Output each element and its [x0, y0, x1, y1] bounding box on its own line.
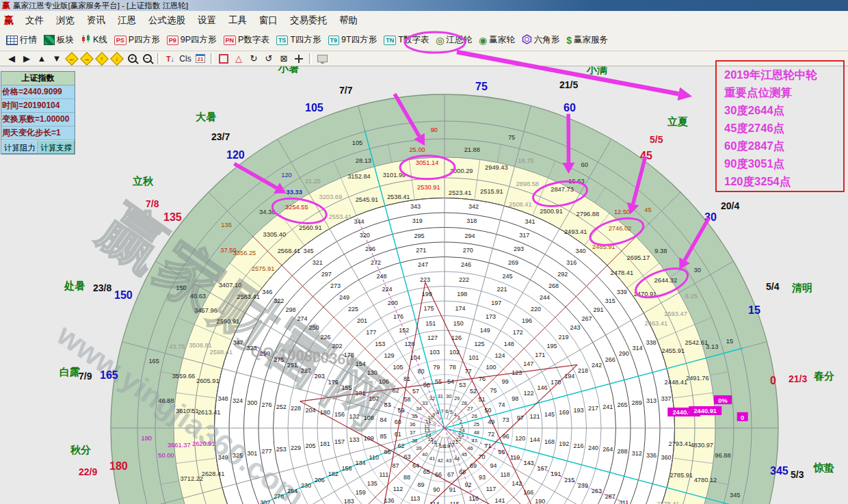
svg-text:2470.91: 2470.91 — [634, 291, 657, 297]
wheel-outside-label: 22/9 — [79, 466, 97, 477]
svg-text:54: 54 — [447, 378, 454, 385]
toolbar-item-6[interactable]: TST四方形 — [273, 34, 325, 46]
calc-resistance-button[interactable]: 计算阻力 — [1, 140, 38, 154]
svg-text:345: 345 — [730, 492, 741, 499]
svg-text:75: 75 — [508, 134, 515, 141]
svg-text:339: 339 — [617, 289, 627, 295]
menu-item-0[interactable]: 文件 — [19, 14, 50, 27]
svg-text:201: 201 — [357, 317, 367, 324]
svg-text:148: 148 — [504, 341, 514, 347]
svg-text:2575.91: 2575.91 — [252, 265, 275, 272]
menu-item-8[interactable]: 交易委托 — [284, 14, 333, 27]
square-icon[interactable] — [217, 53, 230, 65]
toolbar-item-7[interactable]: T99T四方形 — [325, 34, 381, 46]
menu-item-1[interactable]: 浏览 — [50, 14, 81, 27]
svg-text:4: 4 — [454, 412, 457, 418]
pan-right-icon[interactable]: → — [80, 53, 94, 65]
svg-text:337: 337 — [661, 395, 671, 402]
toolbar-item-9[interactable]: ◎江恩轮 — [432, 34, 475, 46]
box-x-icon[interactable]: ⊠ — [277, 53, 291, 65]
menu-item-5[interactable]: 设置 — [191, 14, 222, 27]
svg-text:2785.91: 2785.91 — [670, 472, 693, 479]
menu-item-9[interactable]: 帮助 — [333, 14, 364, 27]
pan-left-icon[interactable]: ← — [65, 53, 79, 65]
svg-text:342: 342 — [468, 203, 479, 210]
svg-text:85: 85 — [380, 433, 386, 440]
svg-text:2542.61: 2542.61 — [685, 339, 708, 346]
svg-text:2583.41: 2583.41 — [237, 293, 260, 300]
svg-text:59: 59 — [397, 407, 404, 414]
svg-text:34.38: 34.38 — [259, 209, 275, 215]
index-name: 上证指数 — [1, 72, 75, 85]
svg-text:155: 155 — [341, 384, 352, 391]
svg-text:291: 291 — [594, 306, 604, 313]
svg-text:28.13: 28.13 — [356, 157, 371, 164]
svg-text:170: 170 — [551, 379, 561, 386]
svg-text:219: 219 — [558, 334, 568, 341]
nav-right-icon[interactable]: ▶ — [20, 53, 34, 65]
menu-item-2[interactable]: 资讯 — [81, 14, 111, 27]
svg-text:298: 298 — [285, 306, 295, 313]
calc-support-button[interactable]: 计算支撑 — [38, 140, 75, 154]
svg-text:264: 264 — [602, 446, 613, 453]
svg-text:29: 29 — [454, 395, 460, 401]
zoom-out-icon[interactable]: − — [140, 53, 154, 65]
svg-text:36: 36 — [410, 421, 415, 427]
toolbar-item-8[interactable]: TNT数字表 — [380, 34, 432, 46]
svg-text:345: 345 — [304, 248, 314, 254]
toolbar-item-4[interactable]: P99P四方形 — [163, 34, 220, 46]
toolbar-item-12[interactable]: $赢家服务 — [563, 34, 611, 46]
svg-text:43: 43 — [446, 457, 451, 464]
toolbar-item-10[interactable]: ◉赢家轮 — [475, 34, 518, 46]
triangle-icon[interactable]: △ — [232, 53, 246, 65]
menu-item-4[interactable]: 公式选股 — [142, 14, 191, 27]
calendar-icon[interactable]: 21 — [194, 53, 207, 65]
svg-text:71: 71 — [484, 442, 491, 449]
svg-text:271: 271 — [416, 247, 426, 254]
svg-text:324: 324 — [233, 397, 243, 404]
toolbar-item-3[interactable]: PSP四方形 — [111, 34, 163, 46]
toolbar-item-0[interactable]: 行情 — [3, 34, 40, 46]
svg-text:253: 253 — [276, 446, 287, 453]
cls-icon[interactable]: Cls — [178, 53, 192, 65]
title-bar[interactable]: 赢 赢家江恩专业版[赢家服务平台] - [上证指数 江恩轮] — [0, 0, 848, 11]
svg-text:242: 242 — [592, 362, 602, 369]
screen-icon[interactable] — [315, 53, 329, 65]
svg-text:203: 203 — [315, 373, 325, 380]
nav-up-icon[interactable]: ▲ — [35, 53, 49, 65]
rotate-cw-icon[interactable]: ↻ — [247, 53, 261, 65]
svg-text:275: 275 — [274, 356, 284, 363]
toolbar-item-5[interactable]: PNP数字表 — [220, 34, 273, 46]
svg-text:175: 175 — [423, 305, 434, 312]
svg-text:38: 38 — [412, 438, 417, 444]
svg-text:45: 45 — [644, 207, 651, 213]
nav-left-icon[interactable]: ◀ — [5, 53, 18, 65]
svg-text:200: 200 — [388, 300, 398, 306]
toolbar-item-1[interactable]: 板块 — [40, 34, 77, 46]
wheel-outside-label: 15 — [748, 304, 760, 316]
t-down-icon[interactable]: T↓ — [163, 53, 177, 65]
nav-down-icon[interactable]: ▼ — [50, 53, 64, 65]
zoom-in-icon[interactable]: + — [125, 53, 139, 65]
pan-down-icon[interactable]: ↓ — [110, 53, 124, 65]
toolbar-item-2[interactable]: K线 — [77, 34, 111, 46]
svg-text:2500.91: 2500.91 — [540, 208, 563, 215]
service-dollar-icon: $ — [566, 36, 572, 45]
svg-text:39: 39 — [416, 445, 421, 451]
svg-text:52: 52 — [470, 388, 477, 395]
svg-text:227: 227 — [301, 367, 311, 374]
svg-text:127: 127 — [427, 334, 438, 341]
svg-text:288: 288 — [617, 448, 627, 455]
svg-text:33.33: 33.33 — [287, 189, 302, 196]
menu-item-6[interactable]: 工具 — [222, 14, 253, 27]
move-cross-icon[interactable] — [292, 53, 306, 65]
menu-item-7[interactable]: 窗口 — [253, 14, 284, 27]
menu-item-3[interactable]: 江恩 — [111, 14, 142, 27]
svg-text:228: 228 — [291, 405, 301, 412]
toolbar-item-11[interactable]: 六角形 — [518, 34, 564, 47]
svg-text:336: 336 — [646, 452, 657, 459]
rotate-ccw-icon[interactable]: ↺ — [262, 53, 276, 65]
svg-text:2508.41: 2508.41 — [509, 201, 532, 208]
toolbar-item-label: 赢家轮 — [489, 34, 515, 46]
pan-up-icon[interactable]: ↑ — [95, 53, 109, 65]
